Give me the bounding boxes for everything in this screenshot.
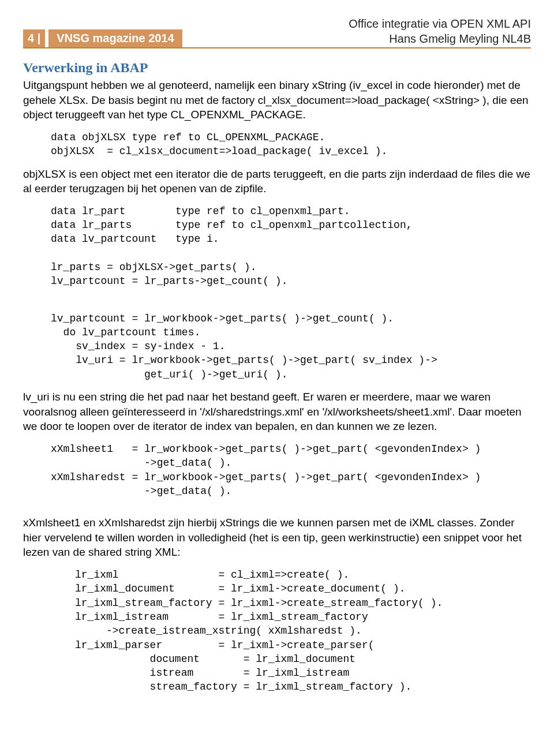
paragraph-3: lv_uri is nu een string die het pad naar… [23, 390, 531, 434]
code-block-1: data objXLSX type ref to CL_OPENXML_PACK… [51, 130, 531, 159]
page-container: 4 | VNSG magazine 2014 Office integratie… [0, 0, 554, 725]
code-block-3: lv_partcount = lr_workbook->get_parts( )… [51, 312, 531, 381]
page-number-box: 4 | [23, 29, 45, 47]
magazine-title-box: VNSG magazine 2014 [48, 29, 182, 47]
code-block-4: xXmlsheet1 = lr_workbook->get_parts( )->… [51, 442, 531, 498]
page-header: 4 | VNSG magazine 2014 Office integratie… [23, 0, 531, 48]
header-right-line1: Office integratie via OPEN XML API [349, 16, 531, 31]
paragraph-4: xXmlsheet1 en xXmlsharedst zijn hierbij … [23, 515, 531, 560]
header-right-line2: Hans Gmelig Meyling NL4B [349, 31, 531, 46]
code-block-5: lr_ixml = cl_ixml=>create( ). lr_ixml_do… [75, 568, 531, 694]
code-block-2: data lr_part type ref to cl_openxml_part… [51, 204, 531, 289]
header-right-block: Office integratie via OPEN XML API Hans … [349, 16, 531, 47]
paragraph-2: objXLSX is een object met een iterator d… [23, 167, 531, 196]
section-heading: Verwerking in ABAP [23, 60, 531, 76]
paragraph-1: Uitgangspunt hebben we al genoteerd, nam… [23, 78, 531, 122]
